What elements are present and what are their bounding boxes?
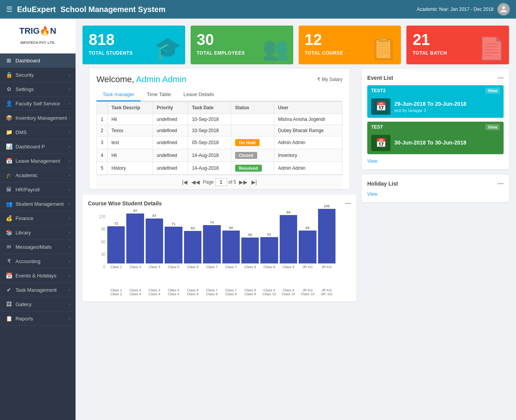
task-priority: undefined bbox=[153, 114, 188, 125]
chevron-icon-task-management: › bbox=[69, 288, 70, 292]
sidebar-item-accounting[interactable]: ₹ Accounting › bbox=[0, 254, 76, 269]
prev-page-btn[interactable]: ◀◀ bbox=[190, 179, 201, 185]
sidebar-item-faculty-self-service[interactable]: 👤 Faculty Self Service › bbox=[0, 96, 76, 111]
event-item-2: TEST View 📅 30-Jun-2018 To 30-Jun-2018 bbox=[367, 122, 504, 154]
logo: TRIG🔥NINFOTECH PVT. LTD. bbox=[19, 26, 56, 46]
sidebar-item-left-finance: 💰 Finance bbox=[5, 215, 33, 221]
task-user: Admin Admin bbox=[274, 136, 342, 149]
sidebar-item-task-management[interactable]: ✔ Task Management › bbox=[0, 283, 76, 297]
tab-time-table[interactable]: Time Table bbox=[141, 88, 177, 102]
course-chart-card: Course Wise Student Details — 120 90 60 … bbox=[83, 195, 356, 301]
x-labels: Class 1Class 2Class 3Class 4Class 3Class… bbox=[88, 288, 351, 296]
sidebar-label-task-management: Task Management bbox=[15, 287, 57, 293]
sidebar-icon-accounting: ₹ bbox=[5, 258, 12, 264]
task-user: Inventory bbox=[274, 149, 342, 162]
stat-card-employees: 30 TOTAL EMPLOYEES 👥 bbox=[191, 26, 293, 64]
event-list-panel: Event List — TEST2 View 📅 bbox=[362, 69, 509, 169]
last-page-btn[interactable]: ▶| bbox=[250, 179, 258, 185]
stat-card-course: 12 TOTAL COURSE 📋 bbox=[299, 26, 401, 64]
bar-11 bbox=[318, 209, 335, 263]
bar-group-9: 94 Class 9 bbox=[280, 210, 297, 269]
sidebar-item-inventory-management[interactable]: 📦 Inventory Management › bbox=[0, 111, 76, 125]
sidebar-item-dms[interactable]: 📁 DMS › bbox=[0, 125, 76, 139]
event-list-view-link[interactable]: View bbox=[367, 158, 377, 164]
sidebar-item-reports[interactable]: 📋 Reports › bbox=[0, 312, 76, 326]
sidebar-icon-dashboard-p: 📊 bbox=[5, 143, 12, 150]
sidebar-label-hr-payroll: HR/Payroll bbox=[15, 187, 40, 193]
sidebar-label-leave-management: Leave Management bbox=[15, 158, 60, 164]
welcome-title: Welcome, Admin Admin bbox=[96, 74, 186, 84]
sidebar-icon-faculty-self-service: 👤 bbox=[5, 100, 12, 107]
page-input[interactable] bbox=[215, 178, 227, 186]
chevron-icon-security: › bbox=[69, 73, 70, 77]
sidebar-item-security[interactable]: 🔒 Security › bbox=[0, 68, 76, 82]
chevron-icon-academic: › bbox=[69, 173, 70, 177]
sidebar-item-finance[interactable]: 💰 Finance › bbox=[0, 211, 76, 225]
sidebar-item-settings[interactable]: ⚙ Settings › bbox=[0, 82, 76, 96]
first-page-btn[interactable]: |◀ bbox=[181, 179, 189, 185]
tab-leave-details[interactable]: Leave Details bbox=[177, 88, 220, 102]
task-status bbox=[231, 125, 274, 136]
bar-value-7: 50 bbox=[248, 233, 252, 237]
bar-label-0: Class 1 bbox=[110, 265, 122, 269]
bar-value-11: 106 bbox=[324, 204, 330, 208]
event-view-btn-2[interactable]: View bbox=[485, 124, 500, 130]
hamburger-icon[interactable]: ☰ bbox=[6, 5, 12, 14]
task-priority: undefined bbox=[153, 125, 188, 136]
sidebar-item-events-holidays[interactable]: 📆 Events & Holidays › bbox=[0, 269, 76, 283]
event-list-minimize[interactable]: — bbox=[497, 74, 504, 81]
sidebar-item-leave-management[interactable]: 📅 Leave Management › bbox=[0, 154, 76, 168]
sidebar-item-student-management[interactable]: 👥 Student Management › bbox=[0, 197, 76, 211]
bar-label-4: Class 5 bbox=[187, 265, 198, 269]
next-page-btn[interactable]: ▶▶ bbox=[238, 179, 249, 185]
page-label: Page bbox=[203, 179, 213, 185]
sidebar-label-dashboard-p: Dashboard P bbox=[15, 144, 45, 150]
bar-value-6: 64 bbox=[229, 226, 233, 230]
my-salary-button[interactable]: ₹ My Salary bbox=[317, 77, 342, 82]
holiday-view-link[interactable]: View bbox=[367, 191, 377, 197]
sidebar-label-messages-mails: Messages/Mails bbox=[15, 244, 52, 250]
bar-group-1: 97 Class 3 bbox=[126, 209, 144, 269]
holiday-minimize[interactable]: — bbox=[497, 180, 504, 187]
sidebar-item-messages-mails[interactable]: ✉ Messages/Mails › bbox=[0, 240, 76, 254]
bar-value-10: 64 bbox=[306, 226, 310, 230]
tab-task-manager[interactable]: Task manager bbox=[96, 88, 141, 102]
bar-value-1: 97 bbox=[133, 209, 137, 213]
sidebar-icon-inventory-management: 📦 bbox=[5, 115, 12, 121]
sidebar-label-student-management: Student Management bbox=[15, 201, 64, 207]
bar-value-0: 72 bbox=[114, 222, 118, 225]
chevron-icon-settings: › bbox=[69, 87, 70, 91]
bar-9 bbox=[280, 215, 297, 263]
status-badge: Resolved bbox=[235, 165, 262, 172]
stat-card-students: 818 TOTAL STUDENTS 🎓 bbox=[83, 26, 185, 64]
bar-group-5: 74 Class 7 bbox=[203, 220, 220, 269]
bar-group-3: 71 Class 5 bbox=[165, 222, 182, 269]
sidebar-item-gallery[interactable]: 🖼 Gallery › bbox=[0, 297, 76, 312]
sidebar-label-events-holidays: Events & Holidays bbox=[15, 273, 57, 279]
sidebar-item-academic[interactable]: 🎓 Academic › bbox=[0, 168, 76, 182]
sidebar-item-hr-payroll[interactable]: 🏛 HR/Payroll › bbox=[0, 182, 76, 197]
event-view-btn-1[interactable]: View bbox=[485, 88, 500, 94]
avatar[interactable] bbox=[497, 3, 510, 15]
row-num: 3 bbox=[97, 136, 108, 149]
bar-4 bbox=[184, 231, 201, 263]
event-name-2: TEST bbox=[371, 124, 383, 130]
event-header-1: TEST2 View bbox=[367, 85, 504, 96]
bar-value-2: 87 bbox=[153, 214, 157, 218]
bar-value-9: 94 bbox=[287, 210, 291, 214]
sidebar-item-left-settings: ⚙ Settings bbox=[5, 86, 34, 92]
chart-title: Course Wise Student Details bbox=[88, 200, 162, 207]
sidebar-item-left-gallery: 🖼 Gallery bbox=[5, 301, 31, 307]
x-label-6: Class 7Class 8 bbox=[222, 288, 240, 296]
task-status: On Hold bbox=[231, 136, 274, 149]
sidebar-item-dashboard[interactable]: ⊞ Dashboard bbox=[0, 53, 76, 68]
sidebar-item-left-academic: 🎓 Academic bbox=[5, 172, 38, 178]
bar-2 bbox=[146, 219, 163, 263]
task-desc: Hii bbox=[107, 114, 153, 125]
header-left: ☰ EduExpert School Management System bbox=[6, 5, 165, 14]
sidebar-item-library[interactable]: 📚 Library › bbox=[0, 225, 76, 240]
chart-minimize-btn[interactable]: — bbox=[345, 200, 351, 207]
sidebar-item-dashboard-p[interactable]: 📊 Dashboard P › bbox=[0, 139, 76, 154]
x-label-11: JR KGSR. KG bbox=[318, 288, 335, 296]
event-desc-1: test by tanagar 2 bbox=[394, 108, 466, 113]
